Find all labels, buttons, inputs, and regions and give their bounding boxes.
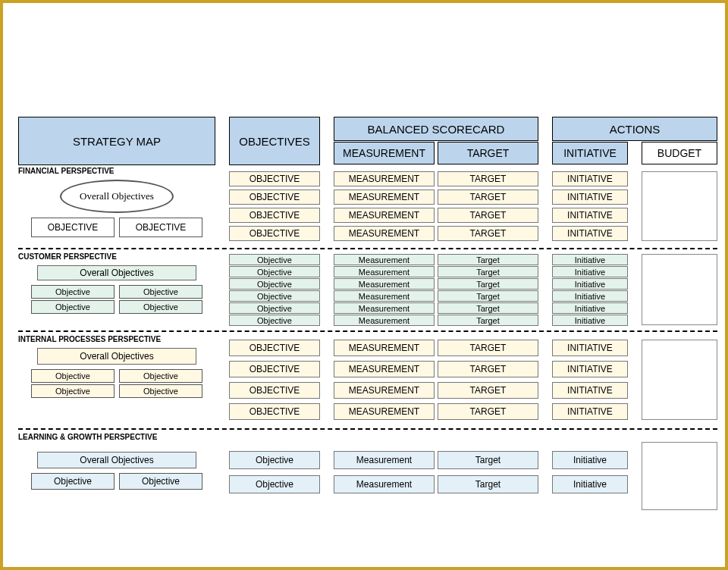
target-pill: Target [438, 302, 538, 314]
target-pill: TARGET [438, 226, 538, 241]
initiative-pill: INITIATIVE [552, 340, 628, 356]
internal-overall: Overall Objectives [37, 348, 196, 365]
learning-scorecard-col: MeasurementTarget MeasurementTarget [334, 431, 538, 510]
separator [18, 330, 717, 332]
initiative-pill: Initiative [552, 266, 628, 277]
objective-pill: OBJECTIVE [229, 403, 320, 420]
initiative-pill: INITIATIVE [552, 382, 628, 399]
initiative-pill: INITIATIVE [552, 189, 628, 205]
initiative-pill: INITIATIVE [552, 361, 628, 377]
initiative-pill: Initiative [552, 451, 628, 469]
initiative-pill: INITIATIVE [552, 403, 628, 420]
header-target: TARGET [438, 142, 538, 164]
learning-objectives-col: Objective Objective [229, 431, 320, 510]
learning-initiative-col: Initiative Initiative [552, 431, 628, 510]
internal-objective-box: Objective [119, 369, 202, 383]
customer-objective-box: Objective [119, 285, 202, 299]
internal-budget-col [642, 334, 717, 424]
financial-overall-ellipse: Overall Objectives [60, 180, 174, 213]
target-pill: TARGET [438, 208, 538, 223]
measurement-pill: MEASUREMENT [334, 361, 435, 377]
initiative-pill: Initiative [552, 475, 628, 493]
target-pill: TARGET [438, 403, 538, 420]
target-pill: Target [438, 451, 538, 469]
initiative-pill: Initiative [552, 315, 628, 326]
initiative-pill: INITIATIVE [552, 208, 628, 223]
internal-scorecard-col: MEASUREMENTTARGET MEASUREMENTTARGET MEAS… [334, 334, 538, 424]
financial-objective-box: OBJECTIVE [119, 218, 202, 237]
target-pill: TARGET [438, 382, 538, 399]
target-pill: TARGET [438, 189, 538, 205]
measurement-pill: Measurement [334, 266, 435, 277]
budget-box [642, 171, 717, 241]
scorecard-grid: STRATEGY MAP OBJECTIVES BALANCED SCORECA… [18, 117, 710, 510]
customer-objective-box: Objective [119, 300, 202, 314]
objective-pill: Objective [229, 302, 320, 314]
customer-objectives-col: Objective Objective Objective Objective … [229, 251, 320, 327]
measurement-pill: Measurement [334, 254, 435, 265]
internal-initiative-col: INITIATIVE INITIATIVE INITIATIVE INITIAT… [552, 334, 628, 424]
measurement-pill: Measurement [334, 302, 435, 314]
header-objectives: OBJECTIVES [229, 117, 320, 165]
target-pill: TARGET [438, 361, 538, 377]
measurement-pill: MEASUREMENT [334, 171, 435, 186]
objective-pill: Objective [229, 451, 320, 469]
financial-objective-box: OBJECTIVE [31, 218, 115, 237]
budget-box [642, 340, 717, 420]
objective-pill: OBJECTIVE [229, 226, 320, 241]
financial-initiative-col: INITIATIVE INITIATIVE INITIATIVE INITIAT… [552, 165, 628, 244]
target-pill: Target [438, 315, 538, 326]
target-pill: TARGET [438, 171, 538, 186]
initiative-pill: INITIATIVE [552, 226, 628, 241]
target-pill: Target [438, 475, 538, 493]
measurement-pill: MEASUREMENT [334, 189, 435, 205]
measurement-pill: Measurement [334, 475, 435, 493]
header-measurement: MEASUREMENT [334, 142, 435, 164]
learning-objective-box: Objective [31, 473, 115, 490]
internal-label: INTERNAL PROCESSES PERSPECTIVE [18, 334, 215, 346]
financial-budget-col [642, 165, 717, 244]
objective-pill: OBJECTIVE [229, 171, 320, 186]
initiative-pill: Initiative [552, 302, 628, 314]
measurement-pill: MEASUREMENT [334, 340, 435, 356]
internal-strategy-col: INTERNAL PROCESSES PERSPECTIVE Overall O… [18, 334, 215, 424]
target-pill: Target [438, 266, 538, 277]
internal-objectives-col: OBJECTIVE OBJECTIVE OBJECTIVE OBJECTIVE [229, 334, 320, 424]
learning-budget-col [642, 431, 717, 510]
financial-objectives-col: OBJECTIVE OBJECTIVE OBJECTIVE OBJECTIVE [229, 165, 320, 244]
customer-label: CUSTOMER PERSPECTIVE [18, 251, 215, 264]
initiative-pill: Initiative [552, 290, 628, 302]
measurement-pill: Measurement [334, 315, 435, 326]
separator [18, 248, 717, 249]
initiative-pill: Initiative [552, 278, 628, 290]
measurement-pill: Measurement [334, 278, 435, 290]
objective-pill: OBJECTIVE [229, 208, 320, 223]
learning-strategy-col: LEARNING & GROWTH PERSPECTIVE Overall Ob… [18, 431, 215, 510]
target-pill: Target [438, 278, 538, 290]
customer-objective-box: Objective [31, 285, 115, 299]
customer-budget-col [642, 251, 717, 327]
measurement-pill: MEASUREMENT [334, 403, 435, 420]
objective-pill: OBJECTIVE [229, 189, 320, 205]
financial-strategy-col: FINANCIAL PERSPECTIVE Overall Objectives… [18, 165, 215, 244]
customer-initiative-col: Initiative Initiative Initiative Initiat… [552, 251, 628, 327]
separator [18, 428, 717, 430]
header-initiative: INITIATIVE [552, 142, 628, 164]
header-strategy-map: STRATEGY MAP [18, 117, 215, 165]
header-budget: BUDGET [642, 142, 717, 164]
measurement-pill: Measurement [334, 451, 435, 469]
internal-objective-box: Objective [31, 384, 115, 398]
target-pill: Target [438, 290, 538, 302]
target-pill: TARGET [438, 340, 538, 356]
objective-pill: OBJECTIVE [229, 361, 320, 377]
objective-pill: Objective [229, 290, 320, 302]
objective-pill: Objective [229, 475, 320, 493]
learning-objective-box: Objective [119, 473, 202, 490]
target-pill: Target [438, 254, 538, 265]
budget-box [642, 442, 717, 510]
financial-scorecard-col: MEASUREMENTTARGET MEASUREMENTTARGET MEAS… [334, 165, 538, 244]
measurement-pill: MEASUREMENT [334, 382, 435, 399]
internal-objective-box: Objective [119, 384, 202, 398]
objective-pill: Objective [229, 254, 320, 265]
internal-objective-box: Objective [31, 369, 115, 383]
